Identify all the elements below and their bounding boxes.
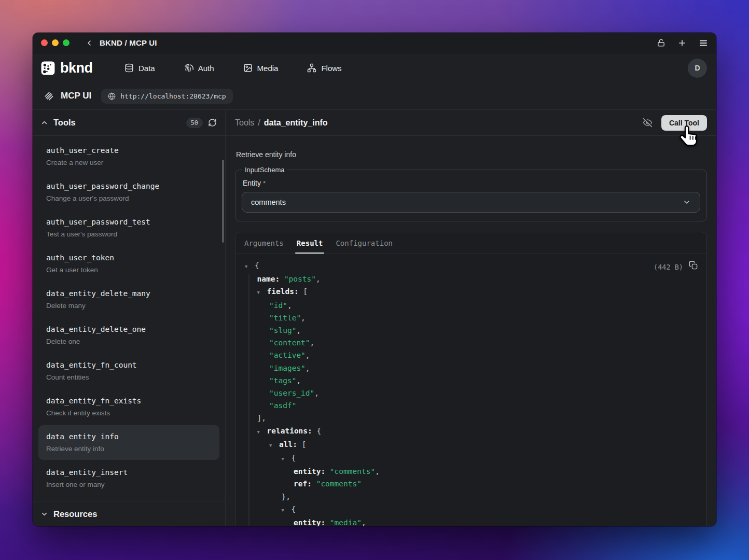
nav-item-data[interactable]: Data <box>124 63 155 73</box>
resources-section-header[interactable]: Resources <box>33 501 225 526</box>
tool-detail-panel: Tools / data_entity_info Call Tool Retri… <box>226 110 716 526</box>
primary-nav: Data Auth Media Flows <box>124 63 342 73</box>
sidebar-tool-auth_user_password_change[interactable]: auth_user_password_changeChange a user's… <box>38 175 219 209</box>
entity-select[interactable]: comments <box>242 192 700 213</box>
json-line: name: "posts", <box>245 273 697 285</box>
tools-section-header[interactable]: Tools 50 <box>33 110 225 136</box>
eye-off-icon <box>643 118 653 128</box>
json-line: ], <box>245 412 697 424</box>
json-line: entity: "media", <box>245 516 697 526</box>
result-tabs: Arguments Result Configuration <box>235 232 706 254</box>
sidebar-tool-data_entity_info[interactable]: data_entity_infoRetrieve entity info <box>38 425 219 460</box>
sidebar-tool-data_entity_delete_one[interactable]: data_entity_delete_oneDelete one <box>38 318 219 353</box>
call-tool-button[interactable]: Call Tool <box>661 115 707 131</box>
tool-name: data_entity_delete_many <box>46 288 212 299</box>
tab-configuration[interactable]: Configuration <box>336 232 393 254</box>
chevron-down-icon <box>683 198 691 206</box>
resources-section-title: Resources <box>53 509 97 519</box>
json-line: "active", <box>245 349 697 361</box>
layers-icon <box>44 91 54 101</box>
collapse-triangle-icon[interactable]: ▼ <box>282 504 292 516</box>
sidebar-tool-auth_user_token[interactable]: auth_user_tokenGet a user token <box>38 246 219 281</box>
sidebar-tool-auth_user_password_test[interactable]: auth_user_password_testTest a user's pas… <box>38 211 219 245</box>
database-icon <box>124 63 134 73</box>
tool-desc: Change a user's password <box>46 193 212 203</box>
breadcrumb-section[interactable]: Tools <box>235 118 254 128</box>
toggle-visibility-button[interactable] <box>643 118 653 128</box>
json-line: "asdf" <box>245 399 697 412</box>
brand[interactable]: bknd <box>41 60 124 76</box>
result-size-label: (442 B) <box>654 261 683 273</box>
breadcrumb-separator: / <box>258 118 260 128</box>
sidebar-tool-auth_user_create[interactable]: auth_user_createCreate a new user <box>38 139 219 174</box>
server-url-pill[interactable]: http://localhost:28623/mcp <box>101 89 233 104</box>
tools-sidebar: Tools 50 auth_user_createCreate a new us… <box>33 110 226 526</box>
sidebar-tool-data_entity_fn_exists[interactable]: data_entity_fn_existsCheck if entity exi… <box>38 389 219 424</box>
chevron-up-icon <box>40 119 48 127</box>
json-line: "title", <box>245 312 697 324</box>
tool-desc: Delete many <box>46 301 212 311</box>
desktop-background: BKND / MCP UI <box>0 0 749 560</box>
collapse-triangle-icon[interactable]: ▼ <box>282 453 292 465</box>
tools-count-badge: 50 <box>186 118 203 128</box>
result-panel: Arguments Result Configuration (442 B) <box>235 232 707 526</box>
menu-icon[interactable] <box>699 38 708 48</box>
tool-name: auth_user_password_test <box>46 217 212 227</box>
collapse-triangle-icon[interactable]: ▼ <box>269 439 279 452</box>
tools-section-title: Tools <box>53 118 76 128</box>
nav-label: Media <box>257 64 279 73</box>
tool-name: data_entity_fn_count <box>46 360 212 370</box>
copy-result-button[interactable] <box>689 261 698 273</box>
chevron-down-icon <box>40 510 48 518</box>
image-icon <box>243 63 253 73</box>
new-tab-plus-icon[interactable] <box>677 38 687 48</box>
tool-desc: Create a new user <box>46 158 212 167</box>
json-line: "users_id", <box>245 387 697 399</box>
tool-desc: Get a user token <box>46 265 212 275</box>
json-line: "tags", <box>245 374 697 387</box>
tool-name: auth_user_create <box>46 145 212 156</box>
server-url: http://localhost:28623/mcp <box>120 92 226 100</box>
sidebar-scrollbar[interactable] <box>222 160 224 243</box>
json-line: "content", <box>245 337 697 349</box>
tool-list: auth_user_createCreate a new userauth_us… <box>33 136 225 501</box>
nav-item-flows[interactable]: Flows <box>307 63 341 73</box>
json-line: ▼{ <box>245 259 697 273</box>
tool-desc: Insert one or many <box>46 480 212 489</box>
json-lines: ▼{name: "posts",▼fields: ["id","title","… <box>245 259 697 526</box>
nav-item-media[interactable]: Media <box>243 63 279 73</box>
zoom-window-button[interactable] <box>63 39 70 46</box>
nav-item-auth[interactable]: Auth <box>184 63 214 73</box>
json-line: entity: "comments", <box>245 465 697 478</box>
json-line: ▼{ <box>245 452 697 465</box>
collapse-triangle-icon[interactable]: ▼ <box>257 426 267 438</box>
user-avatar[interactable]: D <box>688 59 707 78</box>
breadcrumb-current: data_entity_info <box>264 118 328 128</box>
sidebar-tool-data_entity_fn_count[interactable]: data_entity_fn_countCount entities <box>38 354 219 388</box>
refresh-tools-button[interactable] <box>208 118 217 127</box>
json-line: ▼fields: [ <box>245 285 697 299</box>
json-line: ref: "comments" <box>245 478 697 490</box>
tab-arguments[interactable]: Arguments <box>244 232 284 254</box>
nav-label: Data <box>138 64 155 73</box>
back-button[interactable] <box>85 39 93 47</box>
tool-detail-header: Tools / data_entity_info Call Tool <box>226 110 716 136</box>
collapse-triangle-icon[interactable]: ▼ <box>245 260 255 273</box>
collapse-triangle-icon[interactable]: ▼ <box>257 286 267 299</box>
tool-desc: Test a user's password <box>46 229 212 239</box>
network-icon <box>307 63 316 73</box>
tool-name: data_entity_insert <box>46 467 212 478</box>
json-result-view: (442 B) ▼{name: "posts",▼fields: ["id","… <box>235 254 706 526</box>
sidebar-tool-data_entity_delete_many[interactable]: data_entity_delete_manyDelete many <box>38 282 219 317</box>
chevron-left-icon <box>85 39 93 47</box>
required-marker: * <box>263 179 266 187</box>
sidebar-tool-data_entity_insert[interactable]: data_entity_insertInsert one or many <box>38 461 219 496</box>
globe-icon <box>108 92 116 100</box>
input-schema-fieldset: InputSchema Entity* comments <box>235 166 707 221</box>
tool-desc: Count entities <box>46 372 212 382</box>
close-window-button[interactable] <box>41 39 48 46</box>
tab-result[interactable]: Result <box>297 232 323 254</box>
json-line: ▼all: [ <box>245 438 697 452</box>
lock-open-icon[interactable] <box>657 38 665 47</box>
minimize-window-button[interactable] <box>52 39 59 46</box>
